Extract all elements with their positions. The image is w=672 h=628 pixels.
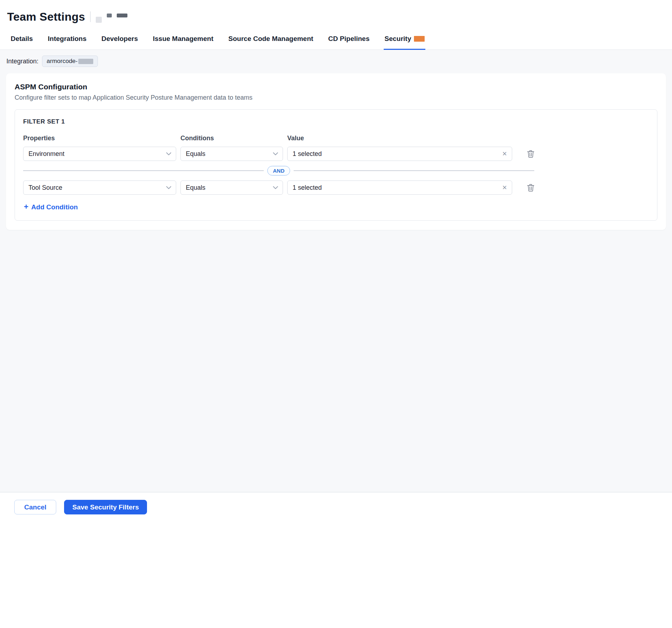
aspm-subtitle: Configure filter sets to map Application… (15, 94, 657, 101)
tab-label: CD Pipelines (328, 35, 369, 43)
tab-label: Issue Management (153, 35, 214, 43)
condition-select-value: Equals (186, 150, 205, 158)
tab-security[interactable]: Security (384, 35, 425, 50)
filter-set-title: FILTER SET 1 (23, 118, 649, 125)
plus-icon: + (24, 203, 28, 211)
cancel-button[interactable]: Cancel (14, 500, 56, 514)
footer-action-bar: Cancel Save Security Filters (0, 492, 672, 628)
trash-icon (527, 150, 534, 158)
save-security-filters-button[interactable]: Save Security Filters (64, 500, 147, 514)
value-column-header: Value (287, 135, 512, 142)
clear-icon[interactable]: × (502, 150, 508, 158)
add-condition-label: Add Condition (31, 203, 78, 211)
filter-row: Tool Source Equals 1 selected × (23, 180, 649, 195)
integration-row: Integration: armorcode- (6, 56, 666, 67)
chevron-down-icon (273, 186, 278, 189)
chevron-down-icon (273, 152, 278, 156)
tab-label: Source Code Management (229, 35, 314, 43)
property-select[interactable]: Environment (23, 147, 176, 161)
divider-line (23, 171, 264, 171)
tab-bar: Details Integrations Developers Issue Ma… (0, 30, 672, 50)
and-divider: AND (23, 166, 534, 176)
condition-select[interactable]: Equals (180, 180, 283, 195)
aspm-title: ASPM Configuration (15, 83, 657, 91)
team-settings-page: Team Settings Details Integrations Devel… (0, 0, 672, 628)
properties-column-header: Properties (23, 135, 176, 142)
chevron-down-icon (166, 186, 172, 189)
value-multiselect-text: 1 selected (293, 184, 322, 192)
tab-label: Integrations (48, 35, 86, 43)
value-multiselect[interactable]: 1 selected × (287, 147, 512, 161)
redacted-block (78, 59, 93, 64)
aspm-configuration-card: ASPM Configuration Configure filter sets… (6, 73, 666, 230)
tab-label: Developers (101, 35, 138, 43)
tab-issue-management[interactable]: Issue Management (152, 35, 214, 50)
filter-set-panel: FILTER SET 1 Properties Conditions Value… (15, 109, 657, 221)
value-multiselect[interactable]: 1 selected × (287, 180, 512, 195)
tab-integrations[interactable]: Integrations (47, 35, 87, 50)
condition-select[interactable]: Equals (180, 147, 283, 161)
tab-cd-pipelines[interactable]: CD Pipelines (327, 35, 370, 50)
condition-select-value: Equals (186, 184, 205, 192)
trash-icon (527, 184, 534, 192)
and-operator-pill[interactable]: AND (267, 166, 290, 176)
redacted-block (117, 14, 127, 17)
redacted-divider (90, 11, 91, 22)
tab-label: Details (11, 35, 33, 43)
filter-column-headers: Properties Conditions Value (23, 135, 649, 142)
redacted-block (96, 17, 102, 23)
page-header: Team Settings (0, 0, 672, 30)
property-select[interactable]: Tool Source (23, 180, 176, 195)
tab-developers[interactable]: Developers (101, 35, 138, 50)
conditions-column-header: Conditions (180, 135, 283, 142)
add-condition-button[interactable]: + Add Condition (23, 203, 78, 211)
value-multiselect-text: 1 selected (293, 150, 322, 158)
delete-row-button[interactable] (526, 183, 535, 192)
integration-label: Integration: (6, 58, 38, 65)
page-title: Team Settings (7, 10, 85, 23)
filter-row: Environment Equals 1 selected × (23, 147, 649, 161)
integration-chip[interactable]: armorcode- (42, 56, 98, 67)
tab-details[interactable]: Details (10, 35, 33, 50)
chevron-down-icon (166, 152, 172, 156)
delete-row-button[interactable] (526, 149, 535, 158)
divider-line (294, 171, 534, 171)
clear-icon[interactable]: × (502, 184, 508, 192)
tab-source-code-management[interactable]: Source Code Management (228, 35, 314, 50)
tab-label: Security (384, 35, 411, 43)
property-select-value: Tool Source (28, 184, 62, 192)
redacted-badge (414, 36, 425, 42)
property-select-value: Environment (28, 150, 64, 158)
main-content: Integration: armorcode- ASPM Configurati… (0, 50, 672, 492)
redacted-block (107, 14, 112, 17)
integration-chip-text: armorcode- (47, 58, 78, 65)
